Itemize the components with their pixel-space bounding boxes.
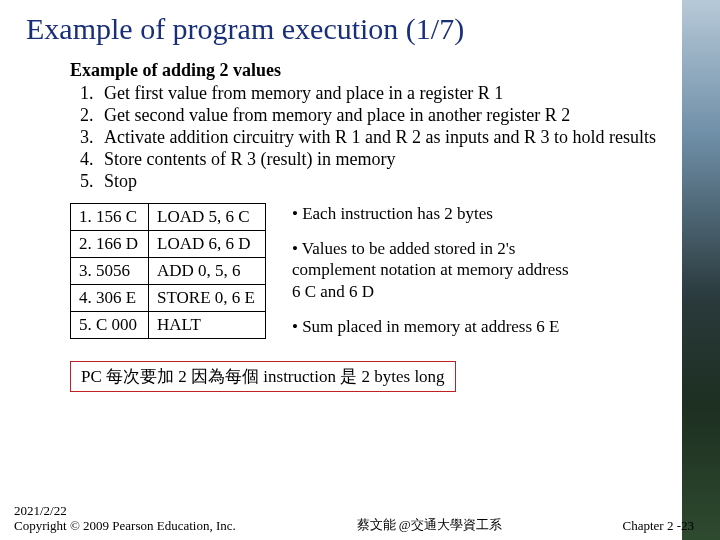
footer-author: 蔡文能 @交通大學資工系 [236, 516, 623, 534]
instr-code: 4. 306 E [71, 284, 149, 311]
slide-content: Example of program execution (1/7) Examp… [0, 0, 720, 540]
instr-mnemonic: STORE 0, 6 E [149, 284, 266, 311]
example-subtitle: Example of adding 2 values [70, 60, 668, 81]
footer-date: 2021/2/22 [14, 503, 236, 519]
pc-note-box: PC 每次要加 2 因為每個 instruction 是 2 bytes lon… [70, 361, 456, 392]
instr-mnemonic: HALT [149, 311, 266, 338]
instr-mnemonic: LOAD 5, 6 C [149, 203, 266, 230]
step-item: Get first value from memory and place in… [98, 83, 668, 105]
instr-code: 5. C 000 [71, 311, 149, 338]
footer: 2021/2/22 Copyright © 2009 Pearson Educa… [0, 503, 720, 534]
table-row: 3. 5056 ADD 0, 5, 6 [71, 257, 266, 284]
note-item: • Sum placed in memory at address 6 E [292, 316, 572, 337]
instr-mnemonic: ADD 0, 5, 6 [149, 257, 266, 284]
footer-copyright: Copyright © 2009 Pearson Education, Inc. [14, 518, 236, 534]
side-notes: • Each instruction has 2 bytes • Values … [292, 203, 572, 351]
table-row: 5. C 000 HALT [71, 311, 266, 338]
step-item: Activate addition circuitry with R 1 and… [98, 127, 668, 149]
slide-title: Example of program execution (1/7) [26, 12, 694, 46]
note-item: • Values to be added stored in 2's compl… [292, 238, 572, 302]
steps-list: Get first value from memory and place in… [70, 83, 668, 193]
footer-page: Chapter 2 -23 [623, 518, 694, 534]
step-item: Stop [98, 171, 668, 193]
instr-code: 1. 156 C [71, 203, 149, 230]
footer-left: 2021/2/22 Copyright © 2009 Pearson Educa… [14, 503, 236, 534]
slide-body: Example of adding 2 values Get first val… [70, 60, 668, 351]
instruction-table: 1. 156 C LOAD 5, 6 C 2. 166 D LOAD 6, 6 … [70, 203, 266, 339]
table-row: 4. 306 E STORE 0, 6 E [71, 284, 266, 311]
note-item: • Each instruction has 2 bytes [292, 203, 572, 224]
two-column-area: 1. 156 C LOAD 5, 6 C 2. 166 D LOAD 6, 6 … [70, 203, 668, 351]
table-row: 1. 156 C LOAD 5, 6 C [71, 203, 266, 230]
step-item: Store contents of R 3 (result) in memory [98, 149, 668, 171]
instr-code: 2. 166 D [71, 230, 149, 257]
instr-mnemonic: LOAD 6, 6 D [149, 230, 266, 257]
step-item: Get second value from memory and place i… [98, 105, 668, 127]
table-row: 2. 166 D LOAD 6, 6 D [71, 230, 266, 257]
instr-code: 3. 5056 [71, 257, 149, 284]
